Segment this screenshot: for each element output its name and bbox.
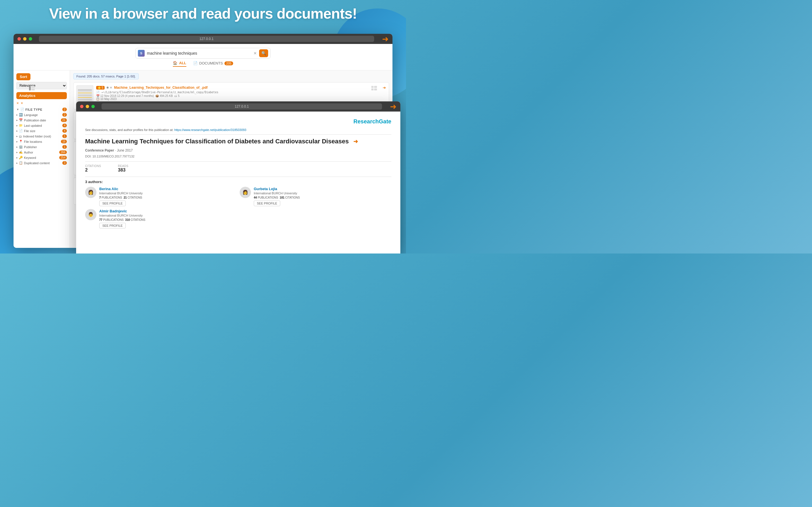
- search-input[interactable]: [147, 51, 253, 55]
- file-type-label: File type: [26, 108, 42, 111]
- rg-paper-type: Conference Paper · June 2017: [85, 149, 391, 152]
- url-text-back: 127.0.0.1: [199, 37, 213, 41]
- filter-filesize-icon: 📄: [19, 129, 23, 133]
- see-profile-button-1[interactable]: SEE PROFILE: [99, 201, 126, 206]
- see-profile-button-3[interactable]: SEE PROFILE: [99, 223, 126, 228]
- filter-lastupd-icon: 📁: [19, 124, 23, 127]
- analytics-header: Analytics: [16, 92, 67, 99]
- rg-author-name-2[interactable]: Gurbeta Lejla: [254, 187, 391, 191]
- rg-brand: ResearchGate: [85, 118, 391, 125]
- filter-keyword[interactable]: ▸ 🔑 Keyword 254: [16, 155, 67, 160]
- tab-all-label: ALL: [179, 61, 186, 65]
- url-text-front: 127.0.0.1: [235, 105, 249, 108]
- filter-keyword-badge: 254: [59, 156, 67, 159]
- search-clear-icon[interactable]: ✕: [253, 51, 257, 55]
- chevron-right-icon-author: ▸: [16, 151, 18, 154]
- rg-author-uni-3: International BURCH University: [99, 214, 237, 217]
- result-path-1: 📄 →~/Library/CloudStorage/OneDrive-Perso…: [96, 91, 386, 94]
- chevron-right-icon-dup: ▸: [16, 161, 18, 165]
- rg-author-info-2: Gurbeta Lejla International BURCH Univer…: [254, 187, 391, 206]
- rg-divider-authors: [85, 177, 391, 177]
- rg-author-info-1: Berina Alic International BURCH Universi…: [99, 187, 237, 206]
- rg-author-card-3: 👨 Almir Badnjevic International BURCH Un…: [85, 209, 237, 228]
- result-title-1[interactable]: Machine_Learning_Techniques_for_Classifi…: [114, 86, 207, 90]
- url-bar-back[interactable]: 127.0.0.1: [39, 36, 374, 42]
- arrow-url-front: ➜: [390, 102, 396, 111]
- chevron-right-icon-filesize: ▸: [16, 129, 18, 132]
- filter-lang-icon: 🔤: [19, 113, 23, 117]
- filter-filelocations[interactable]: ▸ 📍 File locations 16: [16, 139, 67, 144]
- filter-fileloc-label: File locations: [24, 140, 42, 144]
- search-logo: S: [138, 50, 145, 57]
- filter-publisher[interactable]: ▸ 🏢 Publisher 1: [16, 144, 67, 150]
- filter-author-badge: 266: [59, 151, 67, 154]
- maximize-dot-front[interactable]: [91, 105, 95, 108]
- svg-rect-1: [31, 86, 35, 88]
- filter-keyword-label: Keyword: [24, 156, 36, 159]
- rg-meta-link: See discussions, stats, and author profi…: [85, 128, 391, 131]
- close-dot-front[interactable]: [80, 105, 84, 108]
- rg-author-stats-2: 44 PUBLICATIONS 181 CITATIONS: [254, 196, 391, 199]
- rg-author-uni-1: International BURCH University: [99, 191, 237, 195]
- filter-lang-label: Language: [24, 113, 38, 117]
- browser-chrome-back: 127.0.0.1 ➜: [13, 34, 393, 44]
- sort-button[interactable]: Sort: [16, 73, 31, 80]
- results-info: Found: 205 docs. 57 msecs. Page 1 [1-50]…: [73, 73, 139, 79]
- filter-dup-icon: 📋: [19, 161, 23, 165]
- svg-rect-0: [29, 86, 31, 91]
- rg-doi: DOI: 10.1109/MECO.2017.7977132: [85, 155, 391, 158]
- chevron-right-icon-pubdate: ▸: [16, 119, 18, 122]
- filter-pubdate-label: Publication date: [24, 119, 46, 122]
- filter-language[interactable]: ▸ 🔤 Language 2: [16, 112, 67, 117]
- rg-date: ·: [115, 149, 117, 152]
- file-type-badge: 2: [62, 108, 67, 111]
- action-icons-1: ✱ ✕: [106, 86, 112, 90]
- filter-author[interactable]: ▸ ✍ Author 266: [16, 150, 67, 155]
- minimize-dot-front[interactable]: [86, 105, 89, 108]
- filter-lang-badge: 2: [62, 113, 67, 117]
- rg-avatar-3: 👨: [85, 209, 96, 220]
- chevron-right-icon-lang: ▸: [16, 113, 18, 116]
- tab-documents[interactable]: 📄 DOCUMENTS 205: [193, 61, 233, 67]
- rg-stat-citations: CITATIONS 2: [85, 165, 101, 173]
- rg-author-stats-1: 7 PUBLICATIONS 21 CITATIONS: [99, 196, 237, 199]
- arrow-rg-title: ➜: [353, 138, 358, 145]
- filter-file-type-expanded[interactable]: ▼ 📄 File type 2: [16, 107, 67, 112]
- filter-publisher-badge: 1: [62, 145, 67, 149]
- filter-x1[interactable]: ✕: [16, 101, 19, 105]
- chevron-right-icon-publisher: ▸: [16, 145, 18, 149]
- minimize-dot[interactable]: [23, 37, 27, 41]
- svg-rect-2: [31, 89, 35, 91]
- search-area: S ✕ 🔍 🏠 ALL 📄 DOCUMENTS 205: [13, 44, 393, 70]
- filter-pubdate-badge: 21: [61, 118, 67, 122]
- sidebar-toggle-icon[interactable]: [29, 86, 35, 92]
- filter-pubdate[interactable]: ▸ 📅 Publication date 21: [16, 117, 67, 123]
- url-bar-front[interactable]: 127.0.0.1: [101, 103, 382, 110]
- filter-lastupdated[interactable]: ▸ 📁 Last updated 4: [16, 123, 67, 128]
- rg-author-name-3[interactable]: Almir Badnjevic: [99, 209, 237, 213]
- sort-select[interactable]: Relevance: [16, 82, 67, 89]
- rg-author-name-1[interactable]: Berina Alic: [99, 187, 237, 191]
- filter-publisher-label: Publisher: [24, 145, 37, 149]
- filter-filesize[interactable]: ▸ 📄 File size 4: [16, 128, 67, 133]
- filter-filesize-label: File size: [24, 129, 35, 133]
- maximize-dot[interactable]: [29, 37, 32, 41]
- tab-all[interactable]: 🏠 ALL: [173, 61, 186, 67]
- filter-x2[interactable]: ✕: [20, 101, 23, 105]
- see-profile-button-2[interactable]: SEE PROFILE: [254, 201, 280, 206]
- filter-indexed-icon: 🗂: [19, 135, 22, 138]
- search-button[interactable]: 🔍: [259, 49, 268, 57]
- rg-author-uni-2: International BURCH University: [254, 191, 391, 195]
- filter-clear-row: ✕ ✕: [16, 101, 67, 105]
- search-bar-container: S ✕ 🔍: [135, 48, 271, 59]
- rg-content: ResearchGate See discussions, stats, and…: [76, 112, 400, 253]
- orange-arrow-result1: ➜: [383, 86, 386, 90]
- filter-indexedfolder[interactable]: ▸ 🗂 Indexed folder (root) 1: [16, 133, 67, 139]
- star-badge-1: ⭐ 5: [96, 86, 105, 90]
- result-title-row-1: ⭐ 5 ✱ ✕ Machine_Learning_Techniques_for_…: [96, 86, 386, 90]
- filter-duplicated[interactable]: ▸ 📋 Duplicated content 3: [16, 160, 67, 166]
- rg-meta-url[interactable]: https://www.researchgate.net/publication…: [174, 128, 246, 131]
- close-dot[interactable]: [17, 37, 21, 41]
- documents-badge: 205: [224, 61, 233, 65]
- rg-title: Machine Learning Techniques for Classifi…: [85, 137, 391, 146]
